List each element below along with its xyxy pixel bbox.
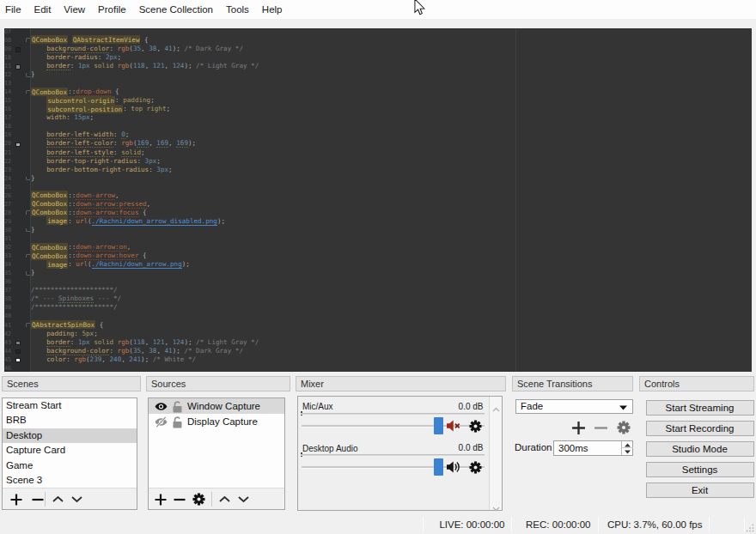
speaker-icon[interactable]	[447, 461, 461, 476]
code-token: QComboBox	[31, 243, 68, 252]
line-number: 42	[4, 330, 11, 338]
mixer-gear-icon[interactable]	[469, 461, 482, 477]
code-token: border-bottom-right-radius	[46, 166, 149, 173]
spin-down-button[interactable]	[622, 448, 633, 455]
transition-select[interactable]: Fade	[515, 399, 633, 415]
gutter-color-swatch[interactable]	[15, 341, 21, 346]
gutter-color-swatch[interactable]	[15, 47, 21, 52]
code-line: 45 color: rgb(239, 240, 241); /* White *…	[4, 355, 752, 364]
mixer-scrollbar[interactable]	[489, 397, 502, 510]
lock-icon[interactable]	[172, 416, 183, 433]
fold-close-icon[interactable]	[26, 271, 30, 276]
status-cpu: CPU: 3.7%, 60.00 fps	[607, 516, 703, 533]
scene-item[interactable]: Game	[3, 458, 137, 473]
fold-open-icon[interactable]	[26, 38, 30, 42]
gutter-color-swatch[interactable]	[15, 64, 21, 70]
code-token: ::	[68, 252, 76, 259]
settings-button[interactable]: Settings	[646, 462, 754, 477]
code-line: 42 padding: 5px;	[4, 330, 752, 338]
scene-item[interactable]: Scene 3	[3, 473, 137, 488]
code-line: 24}	[4, 174, 752, 183]
mute-icon[interactable]	[447, 420, 461, 435]
code-token: down-arrow:focus	[76, 209, 138, 217]
menu-scene-collection[interactable]: Scene Collection	[132, 0, 219, 19]
scene-item[interactable]: Capture Card	[3, 443, 137, 458]
remove-transition-button[interactable]	[594, 421, 608, 439]
code-line: 46	[4, 364, 752, 372]
exit-button[interactable]: Exit	[646, 482, 754, 498]
move-scene-up-button[interactable]	[52, 493, 64, 509]
volume-slider-handle[interactable]	[434, 417, 443, 434]
gutter-color-swatch[interactable]	[15, 349, 21, 355]
menu-profile[interactable]: Profile	[92, 0, 133, 19]
transitions-dock-header[interactable]: Scene Transitions	[512, 376, 633, 391]
menu-tools[interactable]: Tools	[220, 0, 256, 19]
source-properties-button[interactable]	[192, 493, 205, 509]
add-source-button[interactable]	[154, 493, 168, 510]
scrollbar-up-icon[interactable]	[492, 400, 500, 416]
code-token: QComboBox	[31, 252, 68, 260]
fold-close-icon[interactable]	[26, 228, 30, 233]
start-streaming-button[interactable]: Start Streaming	[646, 400, 754, 416]
menu-edit[interactable]: Edit	[27, 0, 58, 19]
fold-open-icon[interactable]	[26, 254, 30, 258]
scene-item[interactable]: Stream Start	[3, 398, 137, 413]
code-token: ,	[145, 338, 153, 346]
eye-hidden-icon[interactable]	[155, 416, 168, 432]
scenes-dock-header[interactable]: Scenes	[2, 376, 141, 391]
source-label: Window Capture	[187, 398, 260, 414]
fold-open-icon[interactable]	[26, 90, 30, 94]
line-number: 29	[4, 217, 11, 226]
menu-view[interactable]: View	[58, 0, 92, 19]
line-number: 40	[4, 312, 11, 320]
controls-dock-header[interactable]: Controls	[639, 376, 754, 391]
start-recording-button[interactable]: Start Recording	[646, 421, 754, 436]
code-line: 19 border-left-width: 0;	[4, 130, 752, 139]
status-separator	[423, 517, 424, 532]
code-token: ,	[141, 45, 149, 52]
menu-file[interactable]: File	[5, 0, 27, 19]
mixer-gear-icon[interactable]	[469, 420, 482, 436]
resize-grip-icon[interactable]	[746, 524, 754, 532]
move-source-up-button[interactable]	[218, 493, 231, 509]
line-number: 37	[4, 286, 11, 294]
remove-source-button[interactable]	[173, 493, 186, 510]
code-text: border-left-style: solid;	[31, 149, 145, 157]
fold-close-icon[interactable]	[26, 177, 30, 181]
volume-slider-handle[interactable]	[434, 458, 443, 476]
scenes-list[interactable]: Stream StartBRBDesktopCapture CardGameSc…	[3, 398, 137, 488]
add-transition-button[interactable]	[571, 421, 586, 439]
code-token	[31, 166, 46, 173]
code-token	[31, 62, 46, 70]
preview-area[interactable]: 0708QComboBox QAbstractItemView {09 back…	[4, 28, 752, 372]
add-scene-button[interactable]	[9, 493, 23, 510]
move-scene-down-button[interactable]	[70, 493, 83, 509]
sources-list[interactable]: Window CaptureDisplay Capture	[149, 398, 284, 488]
code-token: }	[31, 70, 35, 78]
gutter-color-swatch[interactable]	[15, 358, 21, 363]
scene-item[interactable]: BRB	[3, 413, 137, 428]
scrollbar-down-icon[interactable]	[492, 500, 500, 515]
remove-scene-button[interactable]	[31, 493, 45, 510]
duration-spinbox[interactable]: 300ms	[553, 440, 633, 456]
spin-up-button[interactable]	[622, 441, 633, 448]
studio-mode-button[interactable]: Studio Mode	[646, 441, 754, 457]
mixer-dock-header[interactable]: Mixer	[296, 376, 506, 391]
code-token: ,	[115, 191, 119, 199]
transition-properties-button[interactable]	[617, 421, 631, 438]
fold-open-icon[interactable]	[26, 323, 30, 327]
gutter-color-swatch[interactable]	[15, 143, 21, 148]
source-item[interactable]: Display Capture	[149, 414, 284, 429]
move-source-down-button[interactable]	[237, 493, 250, 509]
code-token: ;	[125, 130, 130, 138]
code-token: 239	[90, 355, 102, 363]
fold-close-icon[interactable]	[26, 73, 30, 77]
code-token: 3px	[145, 157, 157, 165]
scene-item[interactable]: Desktop	[3, 428, 137, 443]
sources-dock-header[interactable]: Sources	[146, 376, 290, 391]
menu-help[interactable]: Help	[255, 0, 289, 19]
source-item[interactable]: Window Capture	[149, 398, 284, 414]
code-token: solid	[94, 338, 113, 346]
mixer-panel: Mic/Aux 0.0 dB Desktop Audio 0.0 dB	[297, 396, 503, 511]
fold-open-icon[interactable]	[26, 210, 30, 215]
